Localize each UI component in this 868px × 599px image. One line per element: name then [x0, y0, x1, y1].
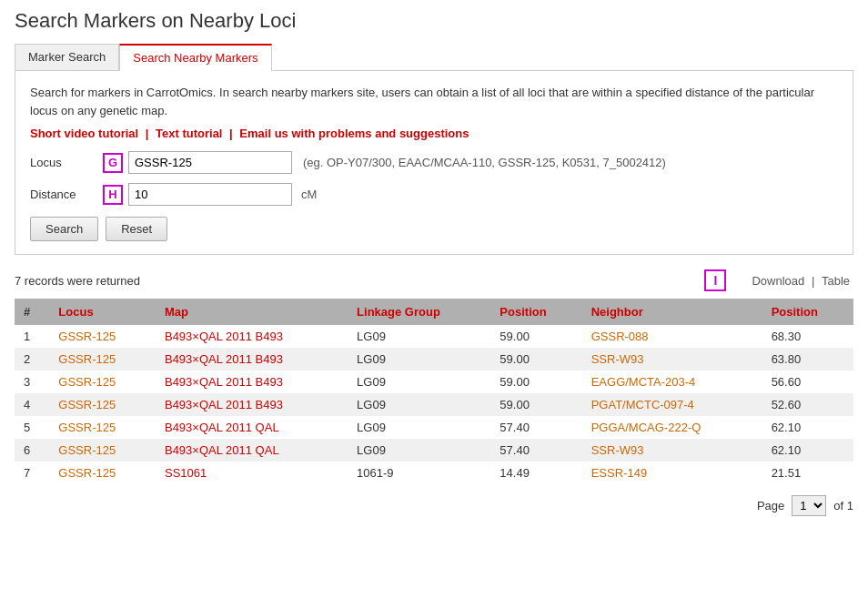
email-link[interactable]: Email us with problems and suggestions	[239, 127, 469, 140]
locus-row: Locus G (eg. OP-Y07/300, EAAC/MCAA-110, …	[30, 151, 838, 174]
results-bar: 7 records were returned I Download | Tab…	[15, 269, 853, 291]
map-link[interactable]: SS1061	[165, 466, 207, 480]
results-table: # Locus Map Linkage Group Position Neigh…	[15, 299, 853, 484]
cell-neighbor-position: 63.80	[762, 348, 853, 371]
col-header-neighbor-pos: Position	[762, 299, 853, 325]
cell-lg: LG09	[348, 325, 490, 348]
cell-num: 1	[15, 325, 49, 348]
col-header-position: Position	[490, 299, 581, 325]
download-link[interactable]: Download	[752, 274, 804, 288]
tab-search-nearby[interactable]: Search Nearby Markers	[119, 44, 271, 71]
cell-neighbor-position: 68.30	[762, 325, 853, 348]
locus-label: Locus	[30, 156, 103, 169]
tutorial-links: Short video tutorial | Text tutorial | E…	[30, 127, 838, 140]
page-title: Search Markers on Nearby Loci	[15, 9, 853, 33]
distance-label: Distance	[30, 188, 103, 201]
distance-row: Distance H cM	[30, 183, 838, 206]
reset-button[interactable]: Reset	[106, 217, 167, 241]
search-button[interactable]: Search	[30, 217, 98, 241]
table-link[interactable]: Table	[822, 274, 850, 288]
table-row: 5 GSSR-125 B493×QAL 2011 QAL LG09 57.40 …	[15, 416, 853, 439]
cell-map: SS1061	[156, 462, 348, 484]
table-row: 7 GSSR-125 SS1061 1061-9 14.49 ESSR-149 …	[15, 462, 853, 484]
locus-link[interactable]: GSSR-125	[58, 352, 116, 366]
description-text: Search for markers in CarrotOmics. In se…	[30, 84, 838, 119]
neighbor-link[interactable]: PGGA/MCAG-222-Q	[591, 421, 701, 434]
cell-position: 57.40	[490, 416, 581, 439]
table-header-row: # Locus Map Linkage Group Position Neigh…	[15, 299, 853, 325]
table-row: 6 GSSR-125 B493×QAL 2011 QAL LG09 57.40 …	[15, 439, 853, 462]
cell-lg: 1061-9	[348, 462, 490, 484]
neighbor-link[interactable]: EAGG/MCTA-203-4	[591, 375, 696, 389]
locus-icon: G	[103, 153, 123, 173]
cell-neighbor-position: 52.60	[762, 393, 853, 416]
neighbor-link[interactable]: SSR-W93	[591, 352, 644, 366]
of-label: of 1	[833, 499, 853, 513]
col-header-lg: Linkage Group	[348, 299, 490, 325]
col-header-map: Map	[156, 299, 348, 325]
cell-position: 59.00	[490, 325, 581, 348]
cell-neighbor: PGGA/MCAG-222-Q	[582, 416, 762, 439]
locus-link[interactable]: GSSR-125	[58, 330, 116, 343]
cell-neighbor-position: 62.10	[762, 416, 853, 439]
cell-num: 3	[15, 371, 49, 393]
locus-link[interactable]: GSSR-125	[58, 398, 116, 411]
table-row: 1 GSSR-125 B493×QAL 2011 B493 LG09 59.00…	[15, 325, 853, 348]
cell-num: 6	[15, 439, 49, 462]
cell-locus: GSSR-125	[49, 439, 156, 462]
cell-neighbor: EAGG/MCTA-203-4	[582, 371, 762, 393]
map-link[interactable]: B493×QAL 2011 B493	[165, 398, 283, 411]
map-link[interactable]: B493×QAL 2011 B493	[165, 375, 283, 389]
cell-locus: GSSR-125	[49, 348, 156, 371]
tab-bar: Marker Search Search Nearby Markers	[15, 44, 853, 71]
locus-link[interactable]: GSSR-125	[58, 421, 116, 434]
info-icon: I	[704, 269, 726, 291]
map-link[interactable]: B493×QAL 2011 B493	[165, 330, 283, 343]
page-select[interactable]: 1	[792, 495, 826, 516]
results-count: 7 records were returned	[15, 274, 140, 288]
cell-map: B493×QAL 2011 B493	[156, 348, 348, 371]
cell-position: 57.40	[490, 439, 581, 462]
cell-neighbor: SSR-W93	[582, 439, 762, 462]
cell-locus: GSSR-125	[49, 462, 156, 484]
locus-input[interactable]	[128, 151, 292, 174]
distance-input[interactable]	[128, 183, 292, 206]
map-link[interactable]: B493×QAL 2011 QAL	[165, 421, 279, 434]
tab-marker-search[interactable]: Marker Search	[15, 44, 119, 71]
cell-map: B493×QAL 2011 B493	[156, 325, 348, 348]
neighbor-link[interactable]: GSSR-088	[591, 330, 649, 343]
cell-map: B493×QAL 2011 QAL	[156, 439, 348, 462]
cell-position: 14.49	[490, 462, 581, 484]
cell-locus: GSSR-125	[49, 371, 156, 393]
cell-num: 2	[15, 348, 49, 371]
cell-lg: LG09	[348, 348, 490, 371]
col-header-neighbor: Neighbor	[582, 299, 762, 325]
button-row: Search Reset	[30, 217, 838, 241]
cell-neighbor-position: 21.51	[762, 462, 853, 484]
locus-link[interactable]: GSSR-125	[58, 466, 116, 480]
cell-num: 4	[15, 393, 49, 416]
distance-icon: H	[103, 185, 123, 205]
table-row: 4 GSSR-125 B493×QAL 2011 B493 LG09 59.00…	[15, 393, 853, 416]
short-video-link[interactable]: Short video tutorial	[30, 127, 138, 140]
cell-lg: LG09	[348, 439, 490, 462]
map-link[interactable]: B493×QAL 2011 QAL	[165, 443, 279, 457]
text-tutorial-link[interactable]: Text tutorial	[156, 127, 222, 140]
cell-neighbor: GSSR-088	[582, 325, 762, 348]
results-actions: I Download | Table	[704, 269, 853, 291]
pagination: Page 1 of 1	[15, 495, 853, 516]
cell-map: B493×QAL 2011 B493	[156, 393, 348, 416]
locus-link[interactable]: GSSR-125	[58, 375, 116, 389]
locus-link[interactable]: GSSR-125	[58, 443, 116, 457]
neighbor-link[interactable]: ESSR-149	[591, 466, 647, 480]
neighbor-link[interactable]: PGAT/MCTC-097-4	[591, 398, 694, 411]
neighbor-link[interactable]: SSR-W93	[591, 443, 644, 457]
cell-position: 59.00	[490, 348, 581, 371]
map-link[interactable]: B493×QAL 2011 B493	[165, 352, 283, 366]
cell-position: 59.00	[490, 371, 581, 393]
col-header-num: #	[15, 299, 49, 325]
cell-neighbor-position: 56.60	[762, 371, 853, 393]
col-header-locus: Locus	[49, 299, 156, 325]
search-panel: Search for markers in CarrotOmics. In se…	[15, 70, 853, 255]
distance-unit: cM	[301, 188, 317, 201]
